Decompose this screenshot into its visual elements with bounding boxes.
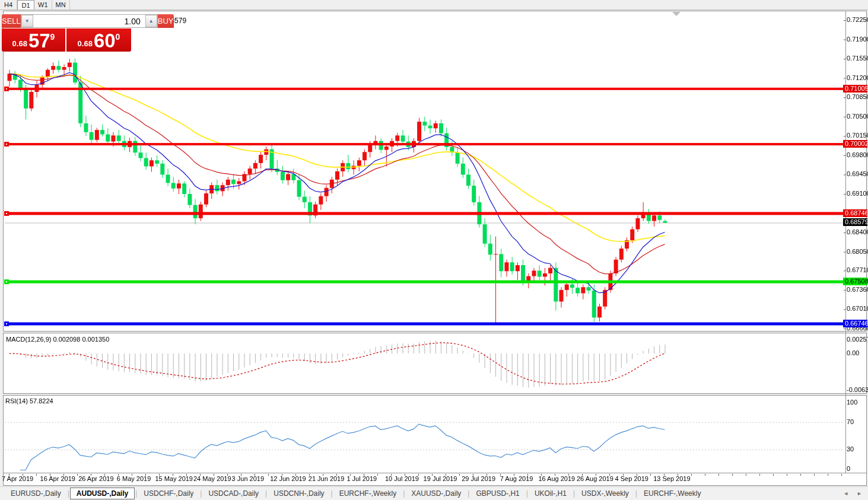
rsi-axis-label: 0 <box>847 465 850 472</box>
buy-price-big: 60 <box>94 31 116 50</box>
buy-price-display[interactable]: 0.68 60 0 <box>66 28 131 52</box>
tab-scroll-right-icon[interactable]: ► <box>857 491 862 496</box>
buy-price-base: 0.68 <box>78 39 93 50</box>
chart-plot-area[interactable] <box>4 11 867 486</box>
date-label: 12 Jun 2019 <box>270 475 306 482</box>
macd-indicator-label: MACD(12,26,9) 0.002098 0.001350 <box>6 336 109 343</box>
price-tick-label: 0.69800 <box>847 151 868 158</box>
price-tick-label: 0.70850 <box>847 93 868 100</box>
timeframe-button-mn[interactable]: MN <box>52 0 70 9</box>
date-label: 4 Sep 2019 <box>615 475 648 482</box>
chart-tab-audusd[interactable]: AUDUSD-,Daily <box>70 488 135 499</box>
date-label: 6 May 2019 <box>117 475 151 482</box>
sell-button[interactable]: SELL <box>2 14 21 28</box>
chart-tab-ukoil[interactable]: UKOil-,H1 <box>529 488 573 499</box>
one-click-trading-panel: SELL ▼ ▲ BUY 0.68 57 9 0.68 60 0 <box>2 14 131 52</box>
price-tick-label: 0.71550 <box>847 55 868 62</box>
macd-axis-label: 0.002574 <box>847 336 868 343</box>
date-label: 19 Jul 2019 <box>424 475 457 482</box>
chart-tab-bar: EURUSD-,Daily|AUDUSD-,Daily|USDCHF-,Dail… <box>0 486 868 500</box>
price-tick-label: 0.69450 <box>847 170 868 177</box>
sell-price-big: 57 <box>28 31 50 50</box>
date-label: 1 Jul 2019 <box>346 475 377 482</box>
chart-shift-marker-icon[interactable] <box>672 12 681 16</box>
timeframe-button-h4[interactable]: H4 <box>0 0 17 9</box>
sell-price-sup: 9 <box>50 32 55 50</box>
pane-splitter-rsi[interactable] <box>3 393 867 396</box>
sell-price-base: 0.68 <box>12 39 27 50</box>
rsi-axis-label: 30 <box>847 445 854 453</box>
tab-scroll-left-icon[interactable]: ◄ <box>843 491 848 496</box>
price-tick-label: 0.70150 <box>847 132 868 139</box>
chart-tab-usdx[interactable]: USDX-,Weekly <box>576 488 635 499</box>
hline-price-tag: 0.68746 <box>843 209 867 217</box>
chart-tab-eurchf[interactable]: EURCHF-,Weekly <box>638 488 707 499</box>
macd-axis-label: 0.00 <box>847 349 859 356</box>
volume-increase-button[interactable]: ▲ <box>145 15 157 27</box>
tab-nav: ◄ ► <box>843 491 862 496</box>
date-label: 7 Apr 2019 <box>2 475 33 482</box>
volume-decrease-button[interactable]: ▼ <box>21 15 33 27</box>
chart-tab-eurusd[interactable]: EURUSD-,Daily <box>5 488 67 499</box>
macd-axis-label: -0.006326 <box>847 386 868 393</box>
chart-tab-usdcnh[interactable]: USDCNH-,Daily <box>268 488 330 499</box>
date-label: 15 May 2019 <box>155 475 193 482</box>
price-tick-label: 0.68400 <box>847 228 868 235</box>
date-label: 16 Aug 2019 <box>538 475 575 482</box>
date-label: 26 Apr 2019 <box>78 475 113 482</box>
chart-tab-gbpusd[interactable]: GBPUSD-,H1 <box>470 488 525 499</box>
price-tick-label: 0.69100 <box>847 190 868 197</box>
price-tick-label: 0.71200 <box>847 74 868 81</box>
price-tick-label: 0.67010 <box>847 305 868 312</box>
buy-price-sup: 0 <box>116 32 120 50</box>
hline-price-tag: 0.71005 <box>843 85 867 93</box>
chart-tab-eurchf[interactable]: EURCHF-,Weekly <box>333 488 402 499</box>
timeframe-toolbar: H4D1W1MN <box>0 0 868 10</box>
price-tick-label: 0.68050 <box>847 248 868 255</box>
date-label: 7 Aug 2019 <box>500 475 533 482</box>
chart-tab-xauusd[interactable]: XAUUSD-,Daily <box>405 488 467 499</box>
rsi-axis-label: 70 <box>847 418 854 425</box>
chart-window: ▲ AUDUSD-,Daily 0.68609 0.68643 0.68573 … <box>3 11 867 486</box>
volume-input[interactable] <box>33 15 145 27</box>
price-tick-label: 0.72250 <box>847 16 868 23</box>
rsi-indicator-label: RSI(14) 57.8224 <box>5 397 53 405</box>
hline-price-tag: 0.70002 <box>843 140 867 148</box>
date-label: 16 Apr 2019 <box>40 475 75 482</box>
price-tick-label: 0.67710 <box>847 266 868 273</box>
date-label: 29 Jul 2019 <box>462 475 495 482</box>
chart-tab-usdchf[interactable]: USDCHF-,Daily <box>138 488 199 499</box>
date-label: 13 Sep 2019 <box>653 475 690 482</box>
timeframe-button-d1[interactable]: D1 <box>17 0 34 9</box>
sell-price-display[interactable]: 0.68 57 9 <box>2 28 65 52</box>
volume-stepper: ▼ ▲ <box>21 14 158 28</box>
price-tick-label: 0.71900 <box>847 36 868 43</box>
date-label: 24 May 2019 <box>193 475 231 482</box>
mt4-window: H4D1W1MN ▲ AUDUSD-,Daily 0.68609 0.68643… <box>0 0 868 500</box>
date-label: 10 Jul 2019 <box>385 475 419 482</box>
hline-price-tag: 0.66746 <box>843 320 867 327</box>
price-tick-label: 0.67360 <box>847 286 868 293</box>
buy-button[interactable]: BUY <box>158 14 174 28</box>
date-label: 21 Jun 2019 <box>309 475 345 482</box>
current-price-tag: 0.68579 <box>843 218 867 226</box>
pane-splitter-macd[interactable] <box>3 331 867 333</box>
chart-tab-usdcad[interactable]: USDCAD-,Daily <box>202 488 265 499</box>
timeframe-button-w1[interactable]: W1 <box>34 0 52 9</box>
date-label: 26 Aug 2019 <box>577 475 613 482</box>
hline-price-tag: 0.67508 <box>843 278 867 285</box>
time-axis-separator <box>4 473 866 473</box>
rsi-axis-label: 100 <box>847 399 857 406</box>
date-label: 3 Jun 2019 <box>232 475 264 482</box>
axis-separator <box>845 11 846 473</box>
price-tick-label: 0.70500 <box>847 113 868 120</box>
